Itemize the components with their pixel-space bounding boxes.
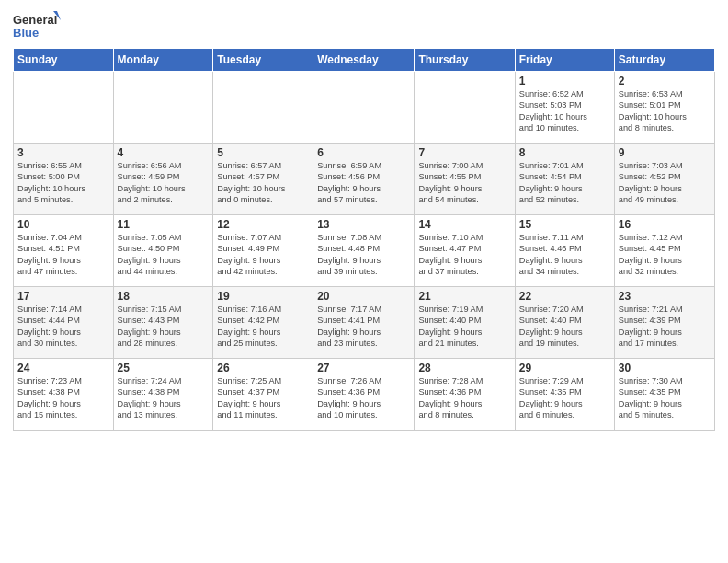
day-number: 8	[519, 146, 610, 159]
day-number: 3	[17, 146, 109, 159]
day-cell-empty	[213, 72, 313, 144]
day-number: 15	[519, 218, 610, 231]
day-cell-25: 25Sunrise: 7:24 AM Sunset: 4:38 PM Dayli…	[113, 359, 213, 431]
day-cell-16: 16Sunrise: 7:12 AM Sunset: 4:45 PM Dayli…	[614, 215, 714, 287]
day-info: Sunrise: 6:55 AM Sunset: 5:00 PM Dayligh…	[17, 160, 109, 206]
day-number: 21	[418, 290, 510, 303]
calendar-table: SundayMondayTuesdayWednesdayThursdayFrid…	[13, 48, 715, 431]
day-cell-empty	[14, 72, 114, 144]
day-number: 23	[619, 290, 711, 303]
day-info: Sunrise: 7:17 AM Sunset: 4:41 PM Dayligh…	[317, 304, 410, 350]
day-info: Sunrise: 6:59 AM Sunset: 4:56 PM Dayligh…	[317, 160, 410, 206]
day-info: Sunrise: 7:23 AM Sunset: 4:38 PM Dayligh…	[17, 375, 109, 421]
day-number: 10	[17, 218, 109, 231]
day-cell-5: 5Sunrise: 6:57 AM Sunset: 4:57 PM Daylig…	[213, 144, 313, 215]
day-cell-17: 17Sunrise: 7:14 AM Sunset: 4:44 PM Dayli…	[14, 287, 114, 359]
day-cell-21: 21Sunrise: 7:19 AM Sunset: 4:40 PM Dayli…	[415, 287, 515, 359]
day-number: 11	[118, 218, 210, 231]
day-number: 2	[619, 75, 711, 87]
day-cell-22: 22Sunrise: 7:20 AM Sunset: 4:40 PM Dayli…	[515, 287, 614, 359]
day-info: Sunrise: 7:01 AM Sunset: 4:54 PM Dayligh…	[519, 160, 610, 206]
day-cell-11: 11Sunrise: 7:05 AM Sunset: 4:50 PM Dayli…	[113, 215, 213, 287]
day-cell-30: 30Sunrise: 7:30 AM Sunset: 4:35 PM Dayli…	[614, 359, 714, 431]
day-info: Sunrise: 6:53 AM Sunset: 5:01 PM Dayligh…	[619, 88, 711, 134]
week-row-3: 10Sunrise: 7:04 AM Sunset: 4:51 PM Dayli…	[14, 215, 715, 287]
svg-text:General: General	[13, 13, 57, 27]
day-cell-15: 15Sunrise: 7:11 AM Sunset: 4:46 PM Dayli…	[515, 215, 614, 287]
weekday-header-sunday: Sunday	[14, 49, 114, 72]
day-number: 12	[217, 218, 309, 231]
day-info: Sunrise: 7:07 AM Sunset: 4:49 PM Dayligh…	[217, 232, 309, 278]
day-cell-empty	[415, 72, 515, 144]
day-info: Sunrise: 7:04 AM Sunset: 4:51 PM Dayligh…	[17, 232, 109, 278]
day-info: Sunrise: 7:25 AM Sunset: 4:37 PM Dayligh…	[217, 375, 309, 421]
day-number: 19	[217, 290, 309, 303]
day-number: 30	[619, 362, 711, 374]
day-info: Sunrise: 7:21 AM Sunset: 4:39 PM Dayligh…	[619, 304, 711, 350]
day-number: 6	[317, 146, 410, 159]
day-cell-26: 26Sunrise: 7:25 AM Sunset: 4:37 PM Dayli…	[213, 359, 313, 431]
day-info: Sunrise: 7:20 AM Sunset: 4:40 PM Dayligh…	[519, 304, 610, 350]
day-number: 25	[118, 362, 210, 374]
day-info: Sunrise: 7:00 AM Sunset: 4:55 PM Dayligh…	[418, 160, 510, 206]
day-number: 26	[217, 362, 309, 374]
day-number: 22	[519, 290, 610, 303]
day-cell-29: 29Sunrise: 7:29 AM Sunset: 4:35 PM Dayli…	[515, 359, 614, 431]
day-cell-1: 1Sunrise: 6:52 AM Sunset: 5:03 PM Daylig…	[515, 72, 614, 144]
day-info: Sunrise: 7:26 AM Sunset: 4:36 PM Dayligh…	[317, 375, 410, 421]
day-number: 17	[17, 290, 109, 303]
logo: General Blue	[13, 9, 61, 42]
day-cell-24: 24Sunrise: 7:23 AM Sunset: 4:38 PM Dayli…	[14, 359, 114, 431]
day-number: 1	[519, 75, 610, 87]
day-number: 9	[619, 146, 711, 159]
page: General Blue SundayMondayTuesdayWednesda…	[0, 0, 728, 563]
day-number: 14	[418, 218, 510, 231]
day-cell-20: 20Sunrise: 7:17 AM Sunset: 4:41 PM Dayli…	[313, 287, 415, 359]
day-cell-8: 8Sunrise: 7:01 AM Sunset: 4:54 PM Daylig…	[515, 144, 614, 215]
day-info: Sunrise: 7:14 AM Sunset: 4:44 PM Dayligh…	[17, 304, 109, 350]
day-info: Sunrise: 6:57 AM Sunset: 4:57 PM Dayligh…	[217, 160, 309, 206]
weekday-header-wednesday: Wednesday	[313, 49, 415, 72]
weekday-header-tuesday: Tuesday	[213, 49, 313, 72]
week-row-5: 24Sunrise: 7:23 AM Sunset: 4:38 PM Dayli…	[14, 359, 715, 431]
day-number: 24	[17, 362, 109, 374]
header: General Blue	[13, 9, 715, 42]
day-info: Sunrise: 6:56 AM Sunset: 4:59 PM Dayligh…	[118, 160, 210, 206]
day-cell-28: 28Sunrise: 7:28 AM Sunset: 4:36 PM Dayli…	[415, 359, 515, 431]
day-info: Sunrise: 7:19 AM Sunset: 4:40 PM Dayligh…	[418, 304, 510, 350]
day-info: Sunrise: 7:29 AM Sunset: 4:35 PM Dayligh…	[519, 375, 610, 421]
day-number: 7	[418, 146, 510, 159]
day-number: 28	[418, 362, 510, 374]
day-number: 29	[519, 362, 610, 374]
day-cell-19: 19Sunrise: 7:16 AM Sunset: 4:42 PM Dayli…	[213, 287, 313, 359]
day-info: Sunrise: 7:08 AM Sunset: 4:48 PM Dayligh…	[317, 232, 410, 278]
day-cell-empty	[313, 72, 415, 144]
logo-svg: General Blue	[13, 9, 61, 42]
day-cell-14: 14Sunrise: 7:10 AM Sunset: 4:47 PM Dayli…	[415, 215, 515, 287]
day-cell-7: 7Sunrise: 7:00 AM Sunset: 4:55 PM Daylig…	[415, 144, 515, 215]
week-row-1: 1Sunrise: 6:52 AM Sunset: 5:03 PM Daylig…	[14, 72, 715, 144]
day-cell-10: 10Sunrise: 7:04 AM Sunset: 4:51 PM Dayli…	[14, 215, 114, 287]
day-cell-3: 3Sunrise: 6:55 AM Sunset: 5:00 PM Daylig…	[14, 144, 114, 215]
weekday-header-monday: Monday	[113, 49, 213, 72]
day-info: Sunrise: 7:24 AM Sunset: 4:38 PM Dayligh…	[118, 375, 210, 421]
day-cell-empty	[113, 72, 213, 144]
day-info: Sunrise: 7:30 AM Sunset: 4:35 PM Dayligh…	[619, 375, 711, 421]
day-number: 18	[118, 290, 210, 303]
day-info: Sunrise: 7:12 AM Sunset: 4:45 PM Dayligh…	[619, 232, 711, 278]
day-cell-18: 18Sunrise: 7:15 AM Sunset: 4:43 PM Dayli…	[113, 287, 213, 359]
day-number: 4	[118, 146, 210, 159]
weekday-header-friday: Friday	[515, 49, 614, 72]
day-cell-12: 12Sunrise: 7:07 AM Sunset: 4:49 PM Dayli…	[213, 215, 313, 287]
day-number: 27	[317, 362, 410, 374]
day-cell-27: 27Sunrise: 7:26 AM Sunset: 4:36 PM Dayli…	[313, 359, 415, 431]
day-cell-9: 9Sunrise: 7:03 AM Sunset: 4:52 PM Daylig…	[614, 144, 714, 215]
day-info: Sunrise: 7:03 AM Sunset: 4:52 PM Dayligh…	[619, 160, 711, 206]
day-cell-13: 13Sunrise: 7:08 AM Sunset: 4:48 PM Dayli…	[313, 215, 415, 287]
svg-text:Blue: Blue	[13, 26, 39, 40]
day-info: Sunrise: 7:05 AM Sunset: 4:50 PM Dayligh…	[118, 232, 210, 278]
day-number: 5	[217, 146, 309, 159]
day-cell-23: 23Sunrise: 7:21 AM Sunset: 4:39 PM Dayli…	[614, 287, 714, 359]
weekday-header-thursday: Thursday	[415, 49, 515, 72]
day-info: Sunrise: 7:11 AM Sunset: 4:46 PM Dayligh…	[519, 232, 610, 278]
